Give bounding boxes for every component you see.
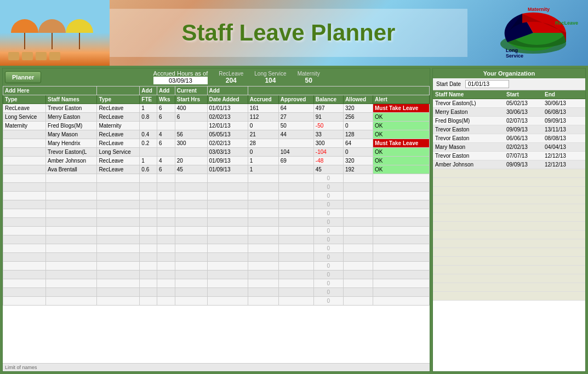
- right-table-row-empty: [433, 231, 585, 239]
- right-table-row-empty: [433, 195, 585, 204]
- recleave-summary: RecLeave 204: [219, 71, 243, 84]
- cell-fte: [140, 122, 157, 130]
- col-alert: Alert: [373, 95, 429, 104]
- zero-cell: 0: [313, 244, 343, 253]
- cell-approved: 50: [278, 122, 313, 130]
- cell-approved: 69: [278, 157, 313, 165]
- chair-4: [49, 52, 60, 60]
- table-row: Long Service Merry Easton RecLeave 0.8 6…: [3, 113, 430, 122]
- right-table-row-empty: [433, 274, 585, 283]
- cell-type: [3, 130, 46, 139]
- cell-starthrs: 400: [175, 104, 207, 113]
- right-table-row-empty: [433, 169, 585, 178]
- maternity-summary: Maternity 50: [298, 71, 320, 84]
- cell-type: Long Service: [3, 113, 46, 122]
- chair-3: [36, 52, 47, 60]
- right-col-start: Start: [506, 91, 545, 97]
- cell-alert: Must Take Leave: [373, 104, 429, 113]
- cell-alert: OK: [373, 122, 429, 130]
- cell-type: [3, 148, 46, 157]
- add-wks-header: Add: [157, 87, 175, 95]
- cell-leavetype: RecLeave: [97, 130, 140, 139]
- cell-accrued: 112: [248, 113, 278, 122]
- cell-balance: 33: [313, 130, 343, 139]
- cell-name: Amber Johnson: [45, 157, 96, 165]
- cell-approved: 64: [278, 104, 313, 113]
- right-cell-start: 09/09/13: [506, 162, 545, 168]
- cell-allowed: 0: [343, 148, 373, 157]
- right-table-row: Trevor Easton(L) 05/02/13 30/06/13: [433, 99, 585, 108]
- table-row-empty: 0: [3, 200, 430, 209]
- cell-name: Trevor Easton(L: [45, 148, 96, 157]
- cell-allowed: 320: [343, 157, 373, 165]
- table-row: Maternity Fred Blogs(M) Maternity 12/01/…: [3, 122, 430, 130]
- right-table-row: Trevor Easton 06/06/13 08/08/13: [433, 134, 585, 143]
- cell-leavetype: RecLeave: [97, 104, 140, 113]
- right-cell-end: 12/12/13: [545, 153, 583, 159]
- accrued-info: Accrued Hours as of 03/09/13: [153, 70, 208, 84]
- recleave-value: 204: [219, 77, 243, 84]
- svg-text:Maternity: Maternity: [528, 7, 550, 12]
- cell-leavetype: Maternity: [97, 122, 140, 130]
- cell-dateadded: 01/09/13: [207, 157, 248, 165]
- top-bar: Planner Accrued Hours as of 03/09/13 Rec…: [3, 68, 430, 86]
- right-cell-end: 09/09/13: [545, 118, 583, 124]
- table-row: Mary Hendrix RecLeave 0.2 6 300 02/02/13…: [3, 139, 430, 148]
- cell-name: Mary Mason: [45, 130, 96, 139]
- cell-fte: 0.6: [140, 165, 157, 174]
- maternity-label: Maternity: [298, 71, 320, 77]
- table-row-empty: 0: [3, 297, 430, 306]
- right-table-row-empty: [433, 222, 585, 231]
- start-date-row: Start Date: [433, 78, 585, 90]
- right-cell-start: 30/06/13: [506, 109, 545, 115]
- start-date-input[interactable]: [465, 80, 509, 88]
- col-approved: Approved: [278, 95, 313, 104]
- cell-wks: 6: [157, 113, 175, 122]
- cell-balance: 91: [313, 113, 343, 122]
- cell-wks: 6: [157, 139, 175, 148]
- cell-allowed: 256: [343, 113, 373, 122]
- cell-alert: OK: [373, 113, 429, 122]
- table-row-empty: 0: [3, 288, 430, 297]
- right-col-end: End: [545, 91, 583, 97]
- cell-name: Ava Brentall: [45, 165, 96, 174]
- table-row-empty: 0: [3, 279, 430, 288]
- cell-dateadded: 12/01/13: [207, 122, 248, 130]
- right-table-row-empty: [433, 283, 585, 292]
- col-allowed: Allowed: [343, 95, 373, 104]
- start-date-label: Start Date: [436, 81, 461, 87]
- right-cell-start: 02/07/13: [506, 118, 545, 124]
- table-row-empty: 0: [3, 262, 430, 271]
- cell-balance: -48: [313, 157, 343, 165]
- cell-starthrs: [175, 122, 207, 130]
- col-type: Type: [3, 95, 46, 104]
- zero-cell: 0: [313, 288, 343, 297]
- cell-allowed: 128: [343, 130, 373, 139]
- table-row-empty: 0: [3, 227, 430, 235]
- staff-table: Add Here Add Add Current Add Type Staff …: [3, 86, 430, 306]
- right-cell-start: 05/02/13: [506, 100, 545, 106]
- col-leavetype: Type: [97, 95, 140, 104]
- right-table-row: Merry Easton 30/06/13 06/08/13: [433, 108, 585, 117]
- cell-accrued: 28: [248, 139, 278, 148]
- table-row-empty: 0: [3, 235, 430, 244]
- cell-accrued: 1: [248, 165, 278, 174]
- right-panel-title: Your Organization: [433, 68, 585, 78]
- right-table-header: Staff Name Start End: [433, 90, 585, 99]
- cell-dateadded: 05/05/13: [207, 130, 248, 139]
- cell-wks: [157, 148, 175, 157]
- right-cell-start: 02/02/13: [506, 144, 545, 150]
- pie-chart-container: RecLeave Long Service Maternity: [467, 0, 588, 66]
- cell-approved: 27: [278, 113, 313, 122]
- cell-alert: Must Take Leave: [373, 139, 429, 148]
- table-body: RecLeave Trevor Easton RecLeave 1 6 400 …: [3, 104, 430, 306]
- right-table-row: Amber Johnson 09/09/13 12/12/13: [433, 160, 585, 169]
- column-headers-row: Type Staff Names Type FTE Wks Start Hrs …: [3, 95, 430, 104]
- svg-text:Long: Long: [506, 48, 518, 53]
- right-table-row: Mary Mason 02/02/13 04/04/13: [433, 143, 585, 152]
- add-here-header: Add Here: [3, 87, 97, 95]
- table-row: Trevor Easton(L Long Service 03/03/13 0 …: [3, 148, 430, 157]
- zero-cell: 0: [313, 279, 343, 288]
- right-table-row-empty: [433, 178, 585, 187]
- planner-button[interactable]: Planner: [5, 71, 41, 83]
